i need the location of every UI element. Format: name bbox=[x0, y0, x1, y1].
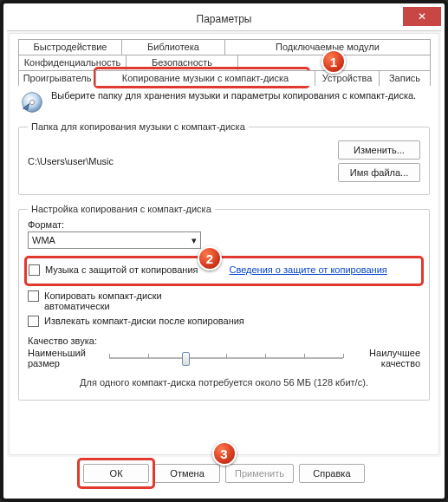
copy-protect-link[interactable]: Сведения о защите от копирования bbox=[229, 264, 386, 275]
close-button[interactable]: ✕ bbox=[403, 7, 441, 26]
help-button[interactable]: Справка bbox=[299, 464, 365, 483]
auto-rip-label: Копировать компакт-диски автоматически bbox=[44, 290, 201, 311]
options-dialog: Параметры ✕ Быстродействие Библиотека По… bbox=[7, 7, 441, 495]
size-estimate: Для одного компакт-диска потребуется око… bbox=[28, 377, 420, 388]
auto-rip-checkbox[interactable] bbox=[28, 290, 39, 302]
quality-max-label: Наилучшее качество bbox=[355, 348, 420, 368]
titlebar: Параметры ✕ bbox=[7, 7, 441, 31]
quality-label: Качество звука: bbox=[28, 336, 420, 346]
tab-devices[interactable]: Устройства bbox=[315, 70, 380, 86]
annotation-badge-3: 3 bbox=[212, 441, 237, 466]
dialog-footer: ОК Отмена Применить Справка 3 bbox=[7, 457, 441, 495]
tab-rip-music[interactable]: Копирование музыки с компакт-диска bbox=[95, 70, 315, 86]
tab-performance[interactable]: Быстродействие bbox=[18, 39, 122, 55]
folder-path: C:\Users\user\Music bbox=[28, 156, 114, 166]
eject-checkbox[interactable] bbox=[28, 316, 39, 327]
copy-protect-checkbox[interactable] bbox=[29, 264, 40, 276]
chevron-down-icon: ▾ bbox=[192, 235, 197, 246]
tab-security[interactable]: Безопасность bbox=[126, 55, 238, 70]
info-text: Выберите папку для хранения музыки и пар… bbox=[51, 90, 416, 102]
format-value: WMA bbox=[32, 235, 55, 245]
tab-strip: Быстродействие Библиотека Подключаемые м… bbox=[18, 39, 430, 85]
quality-slider[interactable] bbox=[109, 349, 343, 367]
folder-group: Папка для копирования музыки с компакт-д… bbox=[18, 121, 430, 195]
tab-player[interactable]: Проигрыватель bbox=[18, 70, 96, 86]
tab-burn[interactable]: Запись bbox=[379, 70, 431, 86]
apply-button[interactable]: Применить bbox=[225, 464, 294, 483]
change-folder-button[interactable]: Изменить... bbox=[338, 140, 420, 160]
close-icon: ✕ bbox=[418, 10, 426, 23]
rip-legend: Настройка копирования с компакт-диска bbox=[28, 204, 215, 214]
filename-button[interactable]: Имя файла... bbox=[338, 163, 420, 182]
eject-label: Извлекать компакт-диски после копировани… bbox=[44, 316, 244, 326]
cd-rip-icon bbox=[20, 90, 44, 114]
slider-thumb[interactable] bbox=[182, 352, 190, 366]
annotation-badge-1: 1 bbox=[321, 49, 346, 74]
annotation-highlight-protect: Музыка с защитой от копирования Сведения… bbox=[24, 256, 424, 286]
tab-library[interactable]: Библиотека bbox=[121, 39, 225, 55]
cancel-button[interactable]: Отмена bbox=[154, 464, 220, 483]
annotation-badge-2: 2 bbox=[198, 246, 222, 271]
quality-min-label: Наименьший размер bbox=[28, 348, 97, 368]
svg-point-1 bbox=[29, 100, 34, 104]
window-title: Параметры bbox=[7, 13, 441, 25]
format-dropdown[interactable]: WMA ▾ bbox=[28, 231, 201, 249]
dialog-body: Быстродействие Библиотека Подключаемые м… bbox=[9, 33, 439, 455]
rip-settings-group: Настройка копирования с компакт-диска Фо… bbox=[18, 204, 430, 401]
tab-privacy[interactable]: Конфиденциальность bbox=[18, 55, 127, 70]
format-label: Формат: bbox=[28, 219, 420, 230]
folder-legend: Папка для копирования музыки с компакт-д… bbox=[28, 121, 249, 132]
ok-button[interactable]: ОК bbox=[83, 464, 149, 483]
copy-protect-label: Музыка с защитой от копирования bbox=[45, 264, 198, 275]
